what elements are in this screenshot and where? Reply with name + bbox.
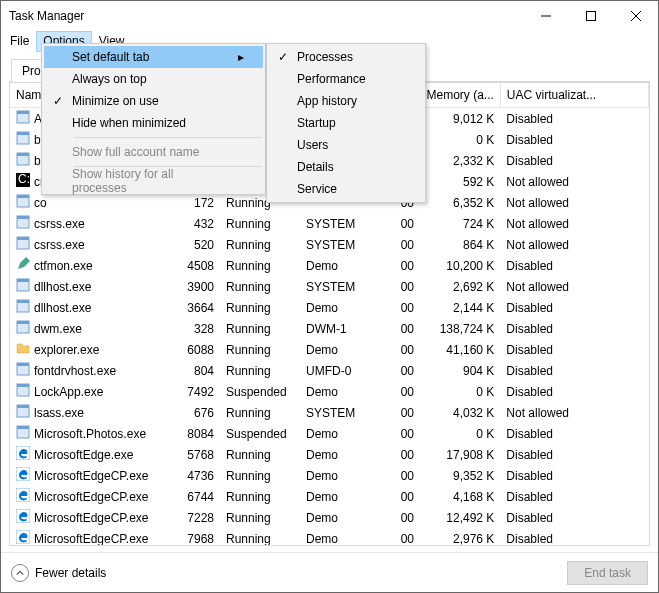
task-manager-window: Task Manager File Options View Processes…: [0, 0, 659, 593]
process-icon: [16, 110, 30, 127]
process-memory: 17,908 K: [420, 444, 500, 465]
process-user: Demo: [300, 423, 380, 444]
process-user: Demo: [300, 507, 380, 528]
process-pid: 7968: [165, 528, 220, 545]
table-row[interactable]: csrss.exe520RunningSYSTEM00864 KNot allo…: [10, 234, 649, 255]
menu-minimize-on-use[interactable]: ✓ Minimize on use: [44, 90, 263, 112]
process-icon: [16, 152, 30, 169]
submenu-processes-label: Processes: [297, 50, 407, 64]
process-icon: [16, 299, 30, 316]
process-uac: Disabled: [500, 381, 648, 402]
maximize-button[interactable]: [568, 1, 613, 31]
process-memory: 4,168 K: [420, 486, 500, 507]
submenu-performance[interactable]: Performance: [269, 68, 423, 90]
process-memory: 9,012 K: [420, 108, 500, 130]
col-header-uac[interactable]: UAC virtualizat...: [500, 83, 648, 108]
process-user: Demo: [300, 486, 380, 507]
process-uac: Not allowed: [500, 192, 648, 213]
process-uac: Disabled: [500, 339, 648, 360]
process-memory: 864 K: [420, 234, 500, 255]
svg-rect-22: [17, 300, 29, 303]
table-row[interactable]: fontdrvhost.exe804RunningUMFD-000904 KDi…: [10, 360, 649, 381]
svg-rect-24: [17, 321, 29, 324]
process-user: Demo: [300, 444, 380, 465]
process-status: Suspended: [220, 423, 300, 444]
table-row[interactable]: dllhost.exe3664RunningDemo002,144 KDisab…: [10, 297, 649, 318]
process-memory: 2,976 K: [420, 528, 500, 545]
minimize-button[interactable]: [523, 1, 568, 31]
process-uac: Disabled: [500, 528, 648, 545]
process-pid: 432: [165, 213, 220, 234]
submenu-details[interactable]: Details: [269, 156, 423, 178]
options-dropdown: Set default tab ▸ Always on top ✓ Minimi…: [41, 43, 266, 195]
table-row[interactable]: MicrosoftEdge.exe5768RunningDemo0017,908…: [10, 444, 649, 465]
menu-show-history: Show history for all processes: [44, 170, 263, 192]
process-user: UMFD-0: [300, 360, 380, 381]
process-memory: 9,352 K: [420, 465, 500, 486]
table-row[interactable]: explorer.exe6088RunningDemo0041,160 KDis…: [10, 339, 649, 360]
process-name: MicrosoftEdgeCP.exe: [34, 490, 149, 504]
titlebar: Task Manager: [1, 1, 658, 31]
table-row[interactable]: MicrosoftEdgeCP.exe7968RunningDemo002,97…: [10, 528, 649, 545]
table-row[interactable]: MicrosoftEdgeCP.exe6744RunningDemo004,16…: [10, 486, 649, 507]
menu-file[interactable]: File: [3, 31, 36, 52]
process-name: explorer.exe: [34, 343, 99, 357]
process-icon: [16, 467, 30, 484]
process-cpu: 00: [380, 234, 420, 255]
process-pid: 3900: [165, 276, 220, 297]
process-memory: 724 K: [420, 213, 500, 234]
process-cpu: 00: [380, 465, 420, 486]
submenu-service[interactable]: Service: [269, 178, 423, 200]
col-header-memory[interactable]: Memory (a...: [420, 83, 500, 108]
submenu-users[interactable]: Users: [269, 134, 423, 156]
process-cpu: 00: [380, 360, 420, 381]
menu-always-on-top[interactable]: Always on top: [44, 68, 263, 90]
process-name: csrss.exe: [34, 238, 85, 252]
process-name: Microsoft.Photos.exe: [34, 427, 146, 441]
process-memory: 2,692 K: [420, 276, 500, 297]
end-task-button[interactable]: End task: [567, 561, 648, 585]
process-icon: [16, 446, 30, 463]
process-name: dllhost.exe: [34, 280, 91, 294]
table-row[interactable]: csrss.exe432RunningSYSTEM00724 KNot allo…: [10, 213, 649, 234]
submenu-app-history[interactable]: App history: [269, 90, 423, 112]
table-row[interactable]: dllhost.exe3900RunningSYSTEM002,692 KNot…: [10, 276, 649, 297]
svg-rect-30: [17, 405, 29, 408]
table-row[interactable]: lsass.exe676RunningSYSTEM004,032 KNot al…: [10, 402, 649, 423]
svg-rect-5: [17, 111, 29, 114]
process-name: dwm.exe: [34, 322, 82, 336]
process-memory: 4,032 K: [420, 402, 500, 423]
process-name: MicrosoftEdgeCP.exe: [34, 532, 149, 546]
process-icon: C:: [16, 173, 30, 190]
table-row[interactable]: MicrosoftEdgeCP.exe7228RunningDemo0012,4…: [10, 507, 649, 528]
submenu-processes[interactable]: ✓Processes: [269, 46, 423, 68]
set-default-tab-submenu: ✓Processes Performance App history Start…: [266, 43, 426, 203]
checkmark-icon: ✓: [269, 50, 297, 64]
process-uac: Disabled: [500, 423, 648, 444]
table-row[interactable]: dwm.exe328RunningDWM-100138,724 KDisable…: [10, 318, 649, 339]
process-name: ctfmon.exe: [34, 259, 93, 273]
svg-rect-15: [17, 216, 29, 219]
menu-set-default-tab[interactable]: Set default tab ▸: [44, 46, 263, 68]
submenu-startup[interactable]: Startup: [269, 112, 423, 134]
process-memory: 12,492 K: [420, 507, 500, 528]
process-uac: Disabled: [500, 129, 648, 150]
table-row[interactable]: MicrosoftEdgeCP.exe4736RunningDemo009,35…: [10, 465, 649, 486]
process-icon: [16, 488, 30, 505]
menu-hide-when-minimized[interactable]: Hide when minimized: [44, 112, 263, 134]
process-status: Running: [220, 318, 300, 339]
process-pid: 520: [165, 234, 220, 255]
process-pid: 5768: [165, 444, 220, 465]
process-icon: [16, 194, 30, 211]
svg-marker-18: [18, 257, 30, 269]
process-icon: [16, 215, 30, 232]
process-icon: [16, 131, 30, 148]
fewer-details-button[interactable]: Fewer details: [11, 564, 106, 582]
table-row[interactable]: ctfmon.exe4508RunningDemo0010,200 KDisab…: [10, 255, 649, 276]
process-icon: [16, 362, 30, 379]
table-row[interactable]: Microsoft.Photos.exe8084SuspendedDemo000…: [10, 423, 649, 444]
process-status: Running: [220, 486, 300, 507]
close-button[interactable]: [613, 1, 658, 31]
table-row[interactable]: LockApp.exe7492SuspendedDemo000 KDisable…: [10, 381, 649, 402]
process-cpu: 00: [380, 381, 420, 402]
